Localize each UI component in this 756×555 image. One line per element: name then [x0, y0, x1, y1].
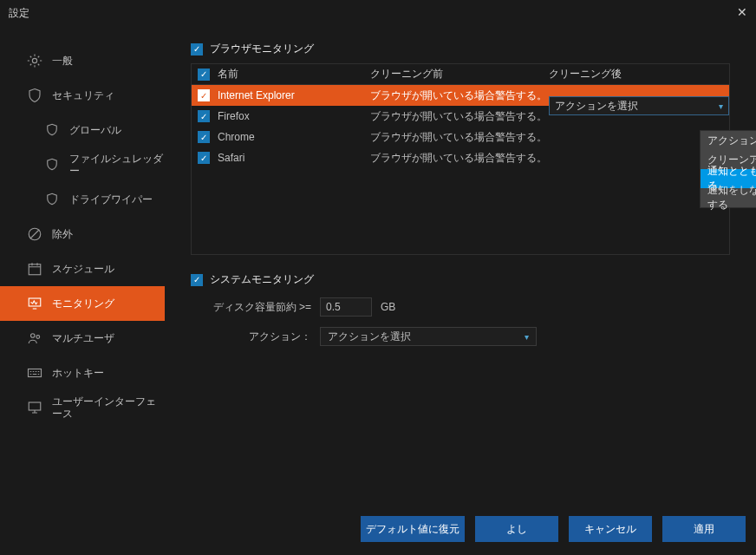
action-select-value: アクションを選択 — [328, 330, 411, 344]
sidebar-item-monitoring[interactable]: モニタリング — [0, 286, 165, 321]
display-icon — [26, 400, 43, 415]
row-name: Firefox — [216, 110, 370, 122]
disk-save-input[interactable] — [320, 297, 372, 317]
shield-sub-icon — [43, 122, 61, 138]
svg-rect-2 — [29, 264, 41, 275]
system-monitoring-label: システムモニタリング — [210, 272, 314, 287]
row-before: ブラウザが開いている場合警告する。 — [370, 109, 549, 124]
close-icon[interactable]: ✕ — [737, 5, 747, 19]
row-checkbox[interactable]: ✓ — [198, 89, 210, 101]
sidebar-item-label: セキュリティ — [52, 89, 114, 101]
dropdown-item[interactable]: アクションを選択 — [701, 131, 756, 150]
shredder-icon — [43, 157, 61, 173]
svg-rect-7 — [29, 402, 41, 410]
disk-save-unit: GB — [381, 301, 395, 313]
sidebar-item-hotkey[interactable]: ホットキー — [0, 356, 165, 390]
action-select[interactable]: アクションを選択 ▾ — [320, 327, 537, 346]
monitor-icon — [26, 296, 43, 311]
sidebar-item-general[interactable]: 一般 — [0, 43, 165, 78]
row-before: ブラウザが開いている場合警告する。 — [370, 130, 549, 145]
calendar-icon — [26, 261, 43, 277]
col-before-header[interactable]: クリーニング前 — [370, 67, 549, 82]
shield-icon — [26, 88, 43, 103]
disk-save-label: ディスク容量節約 >= — [203, 300, 311, 315]
gear-icon — [26, 53, 43, 69]
sidebar-item-label: マルチユーザ — [52, 332, 114, 344]
chevron-down-icon: ▾ — [525, 332, 529, 342]
row-name: Chrome — [216, 131, 370, 143]
sidebar-item-ui[interactable]: ユーザーインターフェース — [0, 390, 165, 425]
table-row[interactable]: ✓ Internet Explorer ブラウザが開いている場合警告する。 アク… — [192, 85, 729, 106]
titlebar: 設定 ✕ — [0, 0, 756, 26]
col-name-header[interactable]: 名前 — [216, 67, 370, 82]
row-checkbox[interactable]: ✓ — [198, 110, 210, 122]
svg-point-5 — [36, 336, 40, 339]
combo-value: アクションを選択 — [555, 99, 638, 114]
sidebar-item-global[interactable]: グローバル — [0, 113, 165, 147]
sidebar-item-label: モニタリング — [52, 297, 114, 310]
apply-button[interactable]: 適用 — [662, 516, 746, 542]
sidebar-item-schedule[interactable]: スケジュール — [0, 251, 165, 286]
restore-defaults-button[interactable]: デフォルト値に復元 — [361, 516, 465, 542]
row-name: Internet Explorer — [216, 89, 370, 101]
row-checkbox[interactable]: ✓ — [198, 152, 210, 164]
users-icon — [26, 330, 43, 346]
sidebar-item-label: 一般 — [52, 55, 73, 67]
content-pane: ✓ ブラウザモニタリング ✓ 名前 クリーニング前 クリーニング後 ✓ Inte… — [165, 26, 756, 499]
browser-table: ✓ 名前 クリーニング前 クリーニング後 ✓ Internet Explorer… — [191, 63, 730, 255]
sidebar-item-label: スケジュール — [52, 263, 114, 275]
sidebar-item-multiuser[interactable]: マルチユーザ — [0, 321, 165, 356]
keyboard-icon — [26, 365, 43, 381]
sidebar-item-exclude[interactable]: 除外 — [0, 217, 165, 251]
sidebar-item-label: ユーザーインターフェース — [52, 395, 165, 421]
browser-monitoring-checkbox[interactable]: ✓ — [191, 43, 203, 56]
table-row[interactable]: ✓ Safari ブラウザが開いている場合警告する。 — [192, 147, 729, 168]
wiper-icon — [43, 192, 61, 207]
sidebar-item-label: ファイルシュレッダー — [69, 153, 165, 178]
row-name: Safari — [216, 152, 370, 164]
col-after-header[interactable]: クリーニング後 — [549, 67, 729, 82]
forbid-icon — [26, 226, 43, 242]
row-checkbox[interactable]: ✓ — [198, 131, 210, 143]
row-before: ブラウザが開いている場合警告する。 — [370, 88, 549, 103]
sidebar: 一般 セキュリティ グローバル ファイルシュレッダー ドライブワイパー 除外 ス… — [0, 26, 165, 499]
svg-rect-6 — [29, 369, 42, 377]
row-after-combo[interactable]: アクションを選択 ▾ — [549, 96, 729, 115]
sidebar-item-shredder[interactable]: ファイルシュレッダー — [0, 147, 165, 182]
browser-monitoring-label: ブラウザモニタリング — [210, 42, 314, 56]
dropdown-item[interactable]: 通知をしないで自動的にクリーンアップする — [701, 188, 756, 207]
header-checkbox[interactable]: ✓ — [198, 69, 210, 81]
after-action-dropdown: アクションを選択 クリーンアップの通知をする。 通知とともに自動的にクリーンアッ… — [700, 130, 756, 208]
footer: デフォルト値に復元 よし キャンセル 適用 — [0, 503, 756, 555]
ok-button[interactable]: よし — [475, 516, 558, 542]
action-label: アクション： — [203, 330, 311, 344]
sidebar-item-wiper[interactable]: ドライブワイパー — [0, 182, 165, 217]
system-monitoring-checkbox[interactable]: ✓ — [191, 274, 203, 286]
row-before: ブラウザが開いている場合警告する。 — [370, 151, 549, 166]
chevron-down-icon: ▾ — [719, 101, 723, 111]
sidebar-item-label: グローバル — [69, 124, 121, 136]
cancel-button[interactable]: キャンセル — [569, 516, 652, 542]
sidebar-item-label: ホットキー — [52, 367, 104, 379]
svg-point-0 — [32, 58, 36, 62]
window-title: 設定 — [9, 6, 29, 21]
sidebar-item-security[interactable]: セキュリティ — [0, 78, 165, 113]
sidebar-item-label: 除外 — [52, 228, 73, 240]
table-row[interactable]: ✓ Chrome ブラウザが開いている場合警告する。 — [192, 127, 729, 147]
sidebar-item-label: ドライブワイパー — [69, 193, 153, 206]
svg-point-4 — [31, 334, 36, 338]
